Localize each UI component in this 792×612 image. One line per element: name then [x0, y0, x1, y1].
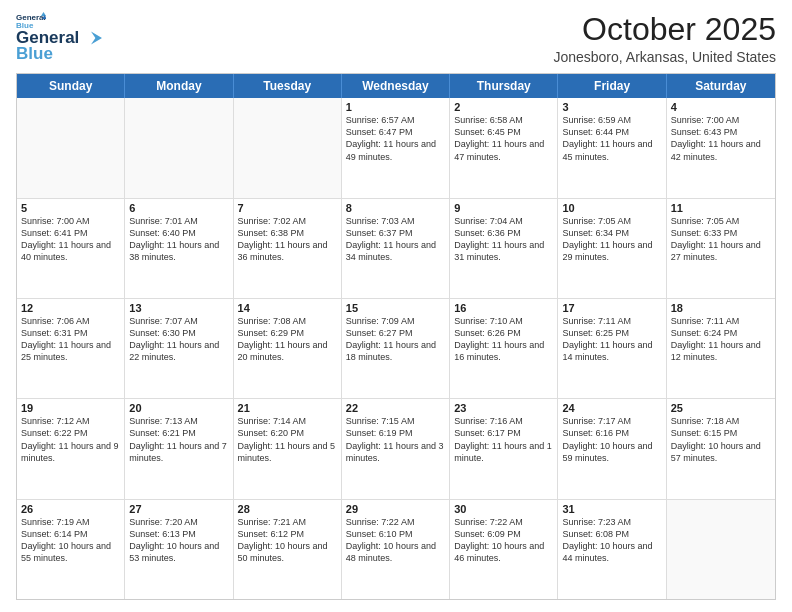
calendar-cell: 11Sunrise: 7:05 AM Sunset: 6:33 PM Dayli… — [667, 199, 775, 298]
month-title: October 2025 — [553, 12, 776, 47]
logo-bird — [80, 31, 102, 45]
day-number: 13 — [129, 302, 228, 314]
day-number: 18 — [671, 302, 771, 314]
day-number: 26 — [21, 503, 120, 515]
day-info: Sunrise: 7:09 AM Sunset: 6:27 PM Dayligh… — [346, 315, 445, 364]
day-number: 3 — [562, 101, 661, 113]
day-info: Sunrise: 7:11 AM Sunset: 6:25 PM Dayligh… — [562, 315, 661, 364]
weekday-header-friday: Friday — [558, 74, 666, 98]
logo-blue: Blue — [16, 44, 53, 64]
day-number: 1 — [346, 101, 445, 113]
calendar-cell: 9Sunrise: 7:04 AM Sunset: 6:36 PM Daylig… — [450, 199, 558, 298]
calendar-row-4: 19Sunrise: 7:12 AM Sunset: 6:22 PM Dayli… — [17, 399, 775, 499]
day-number: 8 — [346, 202, 445, 214]
calendar-cell: 6Sunrise: 7:01 AM Sunset: 6:40 PM Daylig… — [125, 199, 233, 298]
day-info: Sunrise: 6:59 AM Sunset: 6:44 PM Dayligh… — [562, 114, 661, 163]
day-number: 6 — [129, 202, 228, 214]
day-info: Sunrise: 7:22 AM Sunset: 6:10 PM Dayligh… — [346, 516, 445, 565]
logo: General Blue General Blue — [16, 12, 103, 64]
day-info: Sunrise: 7:23 AM Sunset: 6:08 PM Dayligh… — [562, 516, 661, 565]
day-number: 27 — [129, 503, 228, 515]
location-title: Jonesboro, Arkansas, United States — [553, 49, 776, 65]
calendar-cell: 21Sunrise: 7:14 AM Sunset: 6:20 PM Dayli… — [234, 399, 342, 498]
weekday-header-wednesday: Wednesday — [342, 74, 450, 98]
weekday-header-monday: Monday — [125, 74, 233, 98]
day-number: 21 — [238, 402, 337, 414]
calendar-cell: 5Sunrise: 7:00 AM Sunset: 6:41 PM Daylig… — [17, 199, 125, 298]
day-number: 14 — [238, 302, 337, 314]
calendar-cell — [125, 98, 233, 197]
day-info: Sunrise: 7:05 AM Sunset: 6:33 PM Dayligh… — [671, 215, 771, 264]
day-info: Sunrise: 7:18 AM Sunset: 6:15 PM Dayligh… — [671, 415, 771, 464]
calendar-cell: 16Sunrise: 7:10 AM Sunset: 6:26 PM Dayli… — [450, 299, 558, 398]
day-number: 28 — [238, 503, 337, 515]
day-number: 7 — [238, 202, 337, 214]
day-info: Sunrise: 7:21 AM Sunset: 6:12 PM Dayligh… — [238, 516, 337, 565]
day-info: Sunrise: 7:13 AM Sunset: 6:21 PM Dayligh… — [129, 415, 228, 464]
day-number: 10 — [562, 202, 661, 214]
calendar-cell: 27Sunrise: 7:20 AM Sunset: 6:13 PM Dayli… — [125, 500, 233, 599]
day-number: 15 — [346, 302, 445, 314]
calendar-row-5: 26Sunrise: 7:19 AM Sunset: 6:14 PM Dayli… — [17, 500, 775, 599]
day-info: Sunrise: 7:04 AM Sunset: 6:36 PM Dayligh… — [454, 215, 553, 264]
day-info: Sunrise: 7:02 AM Sunset: 6:38 PM Dayligh… — [238, 215, 337, 264]
calendar-row-1: 1Sunrise: 6:57 AM Sunset: 6:47 PM Daylig… — [17, 98, 775, 198]
day-info: Sunrise: 7:20 AM Sunset: 6:13 PM Dayligh… — [129, 516, 228, 565]
day-number: 20 — [129, 402, 228, 414]
calendar-cell: 28Sunrise: 7:21 AM Sunset: 6:12 PM Dayli… — [234, 500, 342, 599]
day-info: Sunrise: 7:11 AM Sunset: 6:24 PM Dayligh… — [671, 315, 771, 364]
weekday-header-sunday: Sunday — [17, 74, 125, 98]
day-info: Sunrise: 7:00 AM Sunset: 6:43 PM Dayligh… — [671, 114, 771, 163]
page: General Blue General Blue October 2025 J… — [0, 0, 792, 612]
calendar-header: SundayMondayTuesdayWednesdayThursdayFrid… — [17, 74, 775, 98]
calendar-row-2: 5Sunrise: 7:00 AM Sunset: 6:41 PM Daylig… — [17, 199, 775, 299]
day-info: Sunrise: 7:05 AM Sunset: 6:34 PM Dayligh… — [562, 215, 661, 264]
calendar-cell: 18Sunrise: 7:11 AM Sunset: 6:24 PM Dayli… — [667, 299, 775, 398]
svg-marker-4 — [91, 31, 102, 44]
day-number: 25 — [671, 402, 771, 414]
calendar-cell: 4Sunrise: 7:00 AM Sunset: 6:43 PM Daylig… — [667, 98, 775, 197]
calendar-cell: 17Sunrise: 7:11 AM Sunset: 6:25 PM Dayli… — [558, 299, 666, 398]
day-info: Sunrise: 7:16 AM Sunset: 6:17 PM Dayligh… — [454, 415, 553, 464]
day-number: 2 — [454, 101, 553, 113]
day-info: Sunrise: 7:22 AM Sunset: 6:09 PM Dayligh… — [454, 516, 553, 565]
calendar-cell: 20Sunrise: 7:13 AM Sunset: 6:21 PM Dayli… — [125, 399, 233, 498]
day-number: 19 — [21, 402, 120, 414]
calendar-cell: 29Sunrise: 7:22 AM Sunset: 6:10 PM Dayli… — [342, 500, 450, 599]
calendar-cell — [234, 98, 342, 197]
day-number: 5 — [21, 202, 120, 214]
calendar-cell: 13Sunrise: 7:07 AM Sunset: 6:30 PM Dayli… — [125, 299, 233, 398]
calendar-cell: 23Sunrise: 7:16 AM Sunset: 6:17 PM Dayli… — [450, 399, 558, 498]
day-number: 30 — [454, 503, 553, 515]
calendar-cell — [667, 500, 775, 599]
day-number: 16 — [454, 302, 553, 314]
calendar-row-3: 12Sunrise: 7:06 AM Sunset: 6:31 PM Dayli… — [17, 299, 775, 399]
calendar-cell: 26Sunrise: 7:19 AM Sunset: 6:14 PM Dayli… — [17, 500, 125, 599]
calendar-cell: 1Sunrise: 6:57 AM Sunset: 6:47 PM Daylig… — [342, 98, 450, 197]
calendar-cell: 8Sunrise: 7:03 AM Sunset: 6:37 PM Daylig… — [342, 199, 450, 298]
day-number: 31 — [562, 503, 661, 515]
calendar-cell: 2Sunrise: 6:58 AM Sunset: 6:45 PM Daylig… — [450, 98, 558, 197]
day-number: 4 — [671, 101, 771, 113]
day-number: 12 — [21, 302, 120, 314]
calendar-cell — [17, 98, 125, 197]
day-info: Sunrise: 7:17 AM Sunset: 6:16 PM Dayligh… — [562, 415, 661, 464]
calendar-cell: 31Sunrise: 7:23 AM Sunset: 6:08 PM Dayli… — [558, 500, 666, 599]
day-number: 23 — [454, 402, 553, 414]
calendar-cell: 25Sunrise: 7:18 AM Sunset: 6:15 PM Dayli… — [667, 399, 775, 498]
calendar: SundayMondayTuesdayWednesdayThursdayFrid… — [16, 73, 776, 600]
calendar-cell: 19Sunrise: 7:12 AM Sunset: 6:22 PM Dayli… — [17, 399, 125, 498]
day-number: 17 — [562, 302, 661, 314]
day-number: 29 — [346, 503, 445, 515]
day-info: Sunrise: 6:58 AM Sunset: 6:45 PM Dayligh… — [454, 114, 553, 163]
calendar-cell: 30Sunrise: 7:22 AM Sunset: 6:09 PM Dayli… — [450, 500, 558, 599]
day-info: Sunrise: 7:06 AM Sunset: 6:31 PM Dayligh… — [21, 315, 120, 364]
day-info: Sunrise: 7:00 AM Sunset: 6:41 PM Dayligh… — [21, 215, 120, 264]
day-info: Sunrise: 7:10 AM Sunset: 6:26 PM Dayligh… — [454, 315, 553, 364]
day-number: 11 — [671, 202, 771, 214]
calendar-cell: 14Sunrise: 7:08 AM Sunset: 6:29 PM Dayli… — [234, 299, 342, 398]
calendar-cell: 12Sunrise: 7:06 AM Sunset: 6:31 PM Dayli… — [17, 299, 125, 398]
day-info: Sunrise: 7:07 AM Sunset: 6:30 PM Dayligh… — [129, 315, 228, 364]
day-info: Sunrise: 7:15 AM Sunset: 6:19 PM Dayligh… — [346, 415, 445, 464]
day-info: Sunrise: 7:01 AM Sunset: 6:40 PM Dayligh… — [129, 215, 228, 264]
